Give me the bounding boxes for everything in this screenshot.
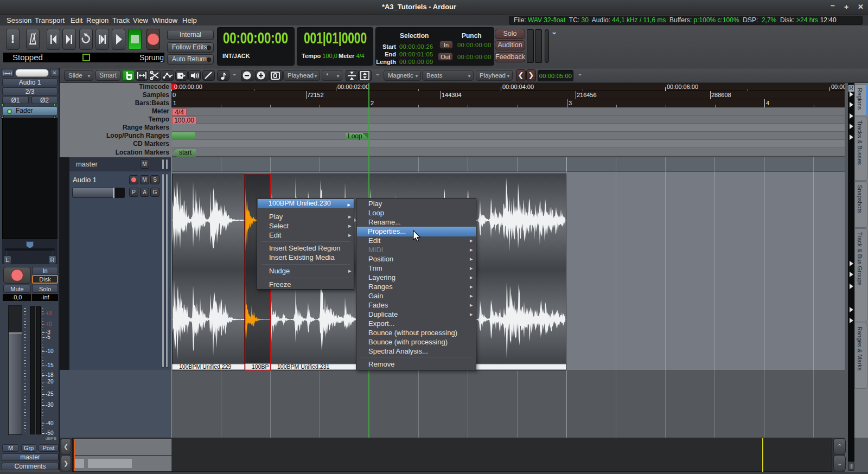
svg-text:100BPM Unified.229: 100BPM Unified.229 xyxy=(179,363,231,370)
svg-text:100BP: 100BP xyxy=(252,363,269,370)
svg-text:100BPM Unified.231: 100BPM Unified.231 xyxy=(277,363,329,370)
